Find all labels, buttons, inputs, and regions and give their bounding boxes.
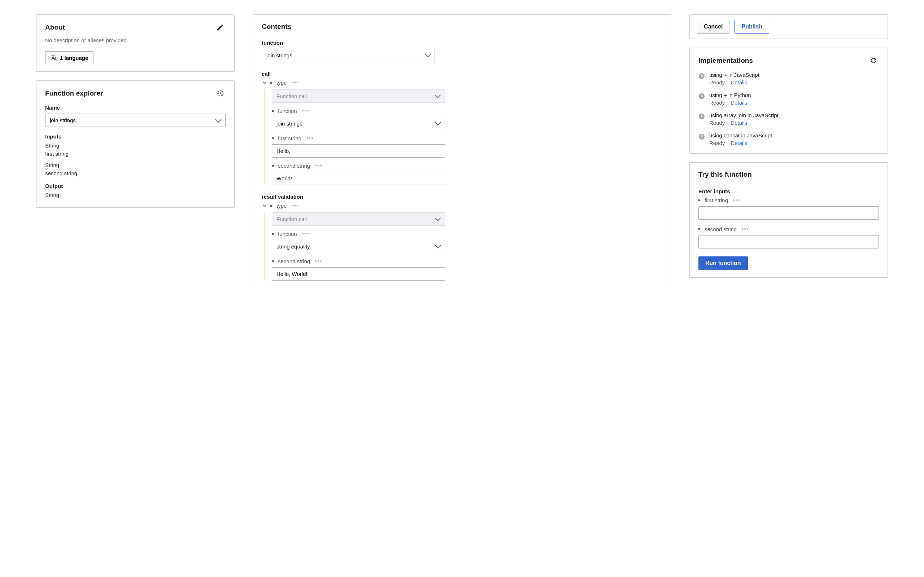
edit-about-button[interactable]	[215, 22, 226, 33]
function-explorer-card: Function explorer Name join strings Inpu…	[36, 81, 234, 208]
row-menu-button[interactable]	[313, 163, 324, 168]
call-param-label: second string	[278, 163, 310, 169]
implementation-item: using array join in JavaScript Ready Det…	[698, 112, 879, 126]
call-label: call	[262, 71, 662, 77]
type-label: type	[276, 80, 287, 86]
bullet-icon	[272, 137, 274, 139]
validation-function-label: function	[278, 231, 297, 237]
implementations-card: Implementations using + in JavaScript Re…	[690, 48, 888, 154]
row-menu-button[interactable]	[304, 136, 315, 140]
bullet-icon	[272, 110, 274, 112]
bullet-icon	[272, 260, 274, 262]
refresh-icon	[869, 56, 877, 64]
language-icon	[50, 55, 57, 61]
inputs-label: Inputs	[45, 134, 226, 140]
type-label: type	[276, 203, 287, 209]
enter-inputs-label: Enter inputs	[698, 188, 879, 194]
implementation-details-link[interactable]: Details	[730, 79, 747, 85]
chevron-down-icon	[262, 81, 267, 85]
function-explorer-title: Function explorer	[45, 89, 103, 98]
output-type: String	[45, 192, 226, 198]
try-param-label: first string	[704, 197, 728, 203]
collapse-toggle[interactable]	[262, 203, 267, 208]
try-param-input-second[interactable]	[698, 235, 879, 248]
row-menu-button[interactable]	[731, 198, 742, 202]
validation-type-select[interactable]: Function call	[272, 213, 445, 226]
bullet-icon	[270, 82, 272, 84]
implementation-status: Ready	[709, 79, 725, 85]
implementation-details-link[interactable]: Details	[730, 120, 747, 126]
implementation-details-link[interactable]: Details	[730, 140, 747, 146]
validation-param-input[interactable]	[272, 267, 445, 280]
implementation-name: using concat in JavaScript	[709, 132, 772, 139]
about-description: No description or aliases provided.	[45, 37, 226, 43]
bullet-icon	[272, 233, 274, 235]
row-menu-button[interactable]	[300, 108, 311, 113]
call-param-input-second[interactable]	[272, 172, 445, 185]
input-type: String	[45, 142, 226, 148]
history-icon	[216, 89, 224, 97]
language-button-label: 1 language	[60, 55, 88, 61]
output-label: Output	[45, 183, 226, 189]
function-select[interactable]: join strings	[262, 49, 435, 62]
function-field-label: function	[262, 40, 662, 46]
call-param-label: first string	[278, 135, 301, 141]
collapse-toggle[interactable]	[262, 80, 267, 85]
pencil-icon	[216, 23, 224, 31]
about-card: About No description or aliases provided…	[36, 15, 234, 72]
input-type: String	[45, 162, 226, 168]
contents-title: Contents	[262, 22, 662, 32]
clock-icon	[698, 134, 705, 140]
clock-icon	[698, 73, 705, 79]
run-function-button[interactable]: Run function	[698, 256, 748, 270]
history-button[interactable]	[215, 88, 226, 99]
implementation-name: using + in JavaScript	[709, 72, 759, 78]
try-param-input-first[interactable]	[698, 206, 879, 220]
bullet-icon	[698, 200, 700, 201]
try-param-label: second string	[704, 226, 737, 232]
clock-icon	[698, 113, 705, 120]
row-menu-button[interactable]	[300, 232, 311, 236]
language-button[interactable]: 1 language	[45, 51, 94, 64]
implementation-name: using + in Python	[709, 92, 751, 98]
validation-label: result validation	[262, 193, 662, 200]
about-title: About	[45, 23, 65, 32]
call-function-select[interactable]: join strings	[272, 117, 445, 130]
row-menu-button[interactable]	[740, 227, 750, 231]
cancel-button[interactable]: Cancel	[697, 20, 729, 34]
input-name: second string	[45, 170, 226, 176]
contents-card: Contents function join strings call t	[253, 15, 671, 288]
implementation-item: using concat in JavaScript Ready Details	[698, 132, 879, 146]
name-label: Name	[45, 105, 226, 111]
call-function-label: function	[278, 108, 297, 114]
row-menu-button[interactable]	[289, 81, 300, 85]
publish-button[interactable]: Publish	[735, 20, 769, 34]
implementation-name: using array join in JavaScript	[709, 112, 779, 118]
validation-param-label: second string	[278, 258, 310, 264]
chevron-down-icon	[262, 203, 267, 208]
implementation-item: using + in JavaScript Ready Details	[698, 72, 879, 85]
implementation-item: using + in Python Ready Details	[698, 92, 879, 106]
try-title: Try this function	[698, 170, 879, 180]
implementation-status: Ready	[709, 140, 725, 146]
bullet-icon	[270, 205, 272, 206]
call-type-select[interactable]: Function call	[272, 89, 445, 103]
input-name: first string	[45, 151, 226, 157]
row-menu-button[interactable]	[313, 259, 324, 263]
try-function-card: Try this function Enter inputs first str…	[690, 162, 888, 278]
function-name-select[interactable]: join strings	[45, 114, 226, 127]
call-param-input-first[interactable]	[272, 144, 445, 158]
clock-icon	[698, 93, 705, 100]
validation-function-select[interactable]: string equality	[272, 240, 445, 253]
actions-bar: Cancel Publish	[690, 15, 888, 39]
implementation-status: Ready	[709, 120, 725, 126]
refresh-button[interactable]	[868, 55, 879, 66]
row-menu-button[interactable]	[289, 203, 300, 208]
bullet-icon	[272, 165, 274, 167]
implementation-details-link[interactable]: Details	[730, 100, 747, 106]
implementations-title: Implementations	[698, 56, 753, 66]
implementation-status: Ready	[709, 100, 725, 106]
bullet-icon	[698, 228, 700, 230]
